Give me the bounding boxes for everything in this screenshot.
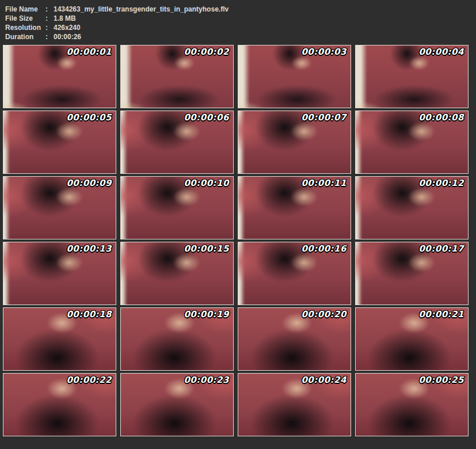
timestamp-overlay: 00:00:24 xyxy=(301,375,346,385)
metadata-row: File Size : 1.8 MB xyxy=(5,14,229,23)
metadata-value: 1434263_my_little_transgender_tits_in_pa… xyxy=(54,5,229,14)
thumbnail: 00:00:06 xyxy=(120,111,234,174)
thumbnail: 00:00:18 xyxy=(3,307,116,371)
thumbnail: 00:00:15 xyxy=(120,242,234,305)
timestamp-overlay: 00:00:18 xyxy=(66,309,112,319)
metadata-separator: : xyxy=(45,32,49,41)
thumbnail: 00:00:01 xyxy=(3,45,116,108)
thumbnail: 00:00:02 xyxy=(120,45,234,108)
thumbnail: 00:00:11 xyxy=(238,176,351,239)
timestamp-overlay: 00:00:07 xyxy=(301,112,346,123)
timestamp-overlay: 00:00:25 xyxy=(418,375,464,385)
thumbnail: 00:00:23 xyxy=(120,373,234,436)
thumbnail: 00:00:03 xyxy=(238,45,351,108)
timestamp-overlay: 00:00:23 xyxy=(184,375,229,385)
timestamp-overlay: 00:00:22 xyxy=(66,375,112,385)
thumbnail: 00:00:24 xyxy=(238,373,351,436)
thumbnail: 00:00:05 xyxy=(3,111,116,174)
metadata-row: Duration : 00:00:26 xyxy=(5,32,229,41)
metadata-label: Resolution xyxy=(5,23,45,32)
metadata-value: 1.8 MB xyxy=(54,14,76,23)
thumbnail: 00:00:09 xyxy=(3,176,116,239)
thumbnail: 00:00:12 xyxy=(355,176,469,239)
thumbnail: 00:00:20 xyxy=(238,307,351,371)
timestamp-overlay: 00:00:21 xyxy=(418,309,464,319)
thumbnail: 00:00:08 xyxy=(355,111,469,174)
thumbnail-grid: 00:00:01 00:00:02 00:00:03 00:00:04 00:0… xyxy=(3,45,469,436)
timestamp-overlay: 00:00:19 xyxy=(184,309,229,319)
timestamp-overlay: 00:00:16 xyxy=(301,243,346,254)
thumbnail: 00:00:07 xyxy=(238,111,351,174)
thumbnail: 00:00:17 xyxy=(355,242,469,305)
thumbnail: 00:00:19 xyxy=(120,307,234,371)
thumbnail: 00:00:04 xyxy=(355,45,469,108)
timestamp-overlay: 00:00:15 xyxy=(184,243,229,254)
metadata-label: File Size xyxy=(5,14,45,23)
metadata-row: File Name : 1434263_my_little_transgende… xyxy=(5,5,229,14)
metadata-separator: : xyxy=(45,23,49,32)
thumbnail: 00:00:16 xyxy=(238,242,351,305)
timestamp-overlay: 00:00:17 xyxy=(418,243,464,254)
timestamp-overlay: 00:00:05 xyxy=(66,112,112,123)
timestamp-overlay: 00:00:10 xyxy=(184,178,229,188)
metadata-label: File Name xyxy=(5,5,45,14)
timestamp-overlay: 00:00:03 xyxy=(301,47,346,57)
timestamp-overlay: 00:00:11 xyxy=(301,178,346,188)
contact-sheet: File Name : 1434263_my_little_transgende… xyxy=(0,0,476,449)
timestamp-overlay: 00:00:02 xyxy=(184,47,229,57)
metadata-row: Resolution : 426x240 xyxy=(5,23,229,32)
file-metadata: File Name : 1434263_my_little_transgende… xyxy=(5,5,229,41)
timestamp-overlay: 00:00:04 xyxy=(418,47,464,57)
metadata-label: Duration xyxy=(5,32,45,41)
timestamp-overlay: 00:00:20 xyxy=(301,309,346,319)
metadata-separator: : xyxy=(45,14,49,23)
timestamp-overlay: 00:00:08 xyxy=(418,112,464,123)
timestamp-overlay: 00:00:09 xyxy=(66,178,112,188)
timestamp-overlay: 00:00:01 xyxy=(66,47,112,57)
thumbnail: 00:00:13 xyxy=(3,242,116,305)
metadata-value: 426x240 xyxy=(54,23,81,32)
timestamp-overlay: 00:00:06 xyxy=(184,112,229,123)
metadata-value: 00:00:26 xyxy=(54,32,81,41)
thumbnail: 00:00:25 xyxy=(355,373,469,436)
thumbnail: 00:00:10 xyxy=(120,176,234,239)
metadata-separator: : xyxy=(45,5,49,14)
thumbnail: 00:00:21 xyxy=(355,307,469,371)
timestamp-overlay: 00:00:12 xyxy=(418,178,464,188)
timestamp-overlay: 00:00:13 xyxy=(66,243,112,254)
thumbnail: 00:00:22 xyxy=(3,373,116,436)
